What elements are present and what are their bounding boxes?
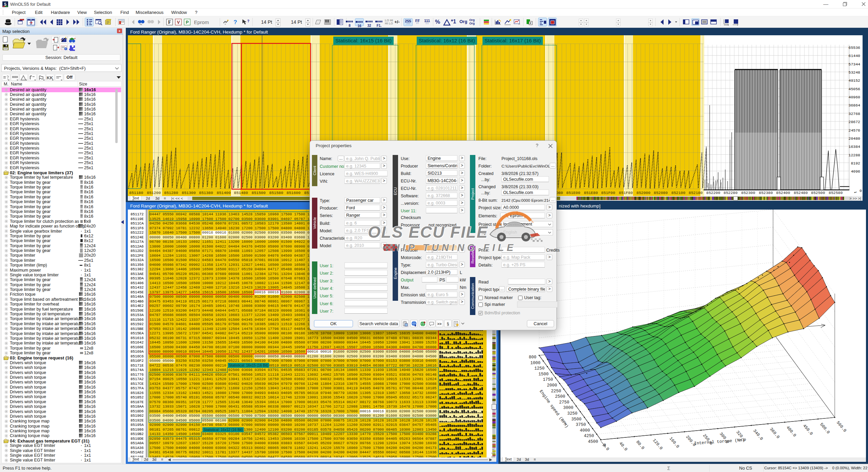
svg-text:?: ? [234, 19, 237, 25]
svg-text:Internal torque (Nm): Internal torque (Nm) [694, 438, 745, 446]
svg-text:4250: 4250 [584, 434, 594, 438]
svg-text:1750: 1750 [543, 377, 553, 382]
svg-text:2750: 2750 [559, 400, 569, 405]
svg-text:F: F [530, 22, 532, 25]
svg-text:3250: 3250 [567, 411, 577, 416]
svg-text:3000: 3000 [563, 406, 573, 410]
svg-text:500.0: 500.0 [819, 422, 831, 435]
svg-text:450.0: 450.0 [802, 424, 814, 436]
svg-text:2000: 2000 [547, 383, 557, 388]
svg-text:340.0: 340.0 [752, 429, 764, 441]
svg-text:400.0: 400.0 [785, 425, 797, 438]
svg-text:§: § [447, 321, 449, 326]
svg-text:IHL: IHL [140, 23, 142, 25]
svg-text:>>: >> [437, 322, 442, 326]
svg-text:?: ? [247, 19, 249, 23]
svg-text:80.0: 80.0 [635, 440, 645, 451]
svg-text:2500: 2500 [555, 394, 565, 399]
svg-text:P: P [186, 20, 189, 25]
svg-text:KK: KK [47, 75, 53, 80]
svg-text:360.0: 360.0 [769, 427, 781, 440]
svg-text:40.0: 40.0 [618, 441, 628, 452]
svg-text:560.0: 560.0 [835, 420, 847, 433]
svg-text:V: V [177, 20, 180, 25]
svg-text:F: F [168, 20, 171, 25]
svg-text:800: 800 [529, 355, 536, 360]
svg-text:1250: 1250 [534, 366, 545, 371]
svg-text:1000: 1000 [530, 361, 540, 366]
svg-text:3750: 3750 [576, 422, 586, 427]
svg-text:4500: 4500 [588, 439, 598, 444]
svg-text:120.0: 120.0 [652, 438, 664, 451]
svg-text:2250: 2250 [551, 389, 561, 394]
svg-text:0.0: 0.0 [601, 443, 610, 452]
svg-text:3500: 3500 [571, 417, 581, 422]
svg-text:160.0: 160.0 [668, 436, 680, 449]
svg-text:4000: 4000 [580, 428, 590, 433]
svg-text:1500: 1500 [538, 372, 549, 377]
